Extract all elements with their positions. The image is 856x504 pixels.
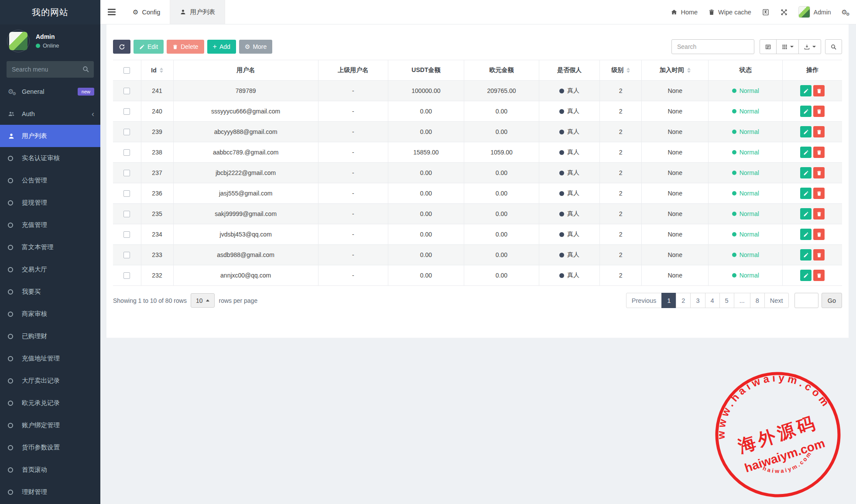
search-submit-button[interactable] <box>825 39 842 54</box>
row-edit-button[interactable] <box>800 229 811 240</box>
sidebar-item-general[interactable]: ⚙⚙Generalnew <box>0 80 100 103</box>
row-delete-button[interactable] <box>813 270 825 281</box>
status-dot-icon <box>732 171 736 175</box>
row-delete-button[interactable] <box>813 249 825 261</box>
page-jump-input[interactable] <box>794 293 818 308</box>
export-button[interactable] <box>798 39 821 54</box>
watermark-en-text: haiwaiym.com <box>743 436 827 475</box>
delete-button[interactable]: Delete <box>167 40 204 54</box>
sidebar-item-notice[interactable]: 公告管理 <box>0 169 100 192</box>
sidebar-item-currency-params[interactable]: 货币参数设置 <box>0 436 100 459</box>
admin-menu[interactable]: Admin <box>798 6 831 18</box>
sidebar-item-recharge[interactable]: 充值管理 <box>0 214 100 236</box>
table-row: 236jasj555@gmail.com-0.000.00真人2NoneNorm… <box>113 183 842 204</box>
page-previous[interactable]: Previous <box>626 293 662 308</box>
row-delete-button[interactable] <box>813 85 825 96</box>
row-edit-button[interactable] <box>800 188 811 199</box>
sidebar-toggle-button[interactable] <box>100 0 123 24</box>
row-checkbox[interactable] <box>123 252 130 258</box>
sidebar-item-realname-audit[interactable]: 实名认证审核 <box>0 147 100 169</box>
sidebar-item-hall-sell-record[interactable]: 大厅卖出记录 <box>0 370 100 392</box>
row-checkbox[interactable] <box>123 190 130 197</box>
row-delete-button[interactable] <box>813 126 825 137</box>
columns-button[interactable] <box>776 39 799 54</box>
table-search-input[interactable] <box>671 39 754 54</box>
row-delete-button[interactable] <box>813 208 825 219</box>
settings-button[interactable]: ⚙⚙ <box>842 9 847 15</box>
sidebar-item-home-scroll[interactable]: 首页滚动 <box>0 459 100 481</box>
row-checkbox[interactable] <box>123 231 130 238</box>
select-all-checkbox[interactable] <box>123 67 130 74</box>
cell-username: sssyyycu666@gmail.com <box>173 101 318 122</box>
row-edit-button[interactable] <box>800 106 811 117</box>
sidebar-item-want-buy[interactable]: 我要买 <box>0 281 100 303</box>
table-row: 235sakj99999@gmail.com-0.000.00真人2NoneNo… <box>113 204 842 224</box>
row-edit-button[interactable] <box>800 249 811 261</box>
page-3[interactable]: 3 <box>690 293 705 308</box>
cell-id: 233 <box>141 245 173 265</box>
add-button[interactable]: + Add <box>207 40 236 54</box>
row-checkbox[interactable] <box>123 272 130 279</box>
detail-view-button[interactable] <box>760 39 777 54</box>
row-delete-button[interactable] <box>813 229 825 240</box>
row-edit-button[interactable] <box>800 167 811 178</box>
column-header[interactable]: 加入时间 <box>642 60 709 81</box>
tab-config[interactable]: ⚙ Config <box>123 0 170 24</box>
row-edit-button[interactable] <box>800 270 811 281</box>
column-header: 操作 <box>783 60 842 81</box>
row-delete-button[interactable] <box>813 147 825 158</box>
row-checkbox[interactable] <box>123 108 130 115</box>
page-8[interactable]: 8 <box>750 293 765 308</box>
column-header[interactable]: Id <box>141 60 173 81</box>
sidebar-item-account-binding[interactable]: 账户绑定管理 <box>0 414 100 436</box>
trash-icon <box>816 129 822 135</box>
user-name: Admin <box>36 33 59 40</box>
row-delete-button[interactable] <box>813 188 825 199</box>
refresh-button[interactable] <box>113 40 130 54</box>
sidebar-item-trade-hall[interactable]: 交易大厅 <box>0 258 100 281</box>
sidebar-item-finance-mgmt[interactable]: 理财管理 <box>0 481 100 503</box>
page-5[interactable]: 5 <box>719 293 734 308</box>
row-delete-button[interactable] <box>813 167 825 178</box>
home-button[interactable]: Home <box>671 9 698 16</box>
edit-button[interactable]: Edit <box>134 40 164 54</box>
sidebar-item-merchant-audit[interactable]: 商家审核 <box>0 303 100 325</box>
fullscreen-button[interactable] <box>780 8 788 16</box>
row-checkbox[interactable] <box>123 129 130 135</box>
sidebar-item-auth[interactable]: Auth‹ <box>0 103 100 125</box>
status-dot-icon <box>732 109 736 113</box>
more-button[interactable]: ⚙ More <box>239 40 272 54</box>
row-checkbox[interactable] <box>123 149 130 156</box>
wipe-cache-button[interactable]: Wipe cache <box>708 9 751 16</box>
sidebar-item-recharge-address[interactable]: 充值地址管理 <box>0 347 100 370</box>
row-edit-button[interactable] <box>800 126 811 137</box>
sidebar-search-input[interactable] <box>7 61 94 78</box>
status-dot-icon <box>732 89 736 93</box>
row-checkbox[interactable] <box>123 170 130 176</box>
row-checkbox[interactable] <box>123 88 130 94</box>
page-size-dropdown[interactable]: 10 <box>191 293 215 308</box>
row-edit-button[interactable] <box>800 85 811 96</box>
row-delete-button[interactable] <box>813 106 825 117</box>
cell-parent-username: - <box>318 122 388 142</box>
language-button[interactable] <box>762 8 770 16</box>
cell-is-fake: 真人 <box>539 101 600 122</box>
sidebar-item-user-list[interactable]: 用户列表 <box>0 125 100 147</box>
cell-level: 2 <box>600 163 642 183</box>
go-button[interactable]: Go <box>822 293 842 308</box>
sidebar-item-withdraw[interactable]: 提现管理 <box>0 192 100 214</box>
sidebar-item-eur-exchange-record[interactable]: 欧元承兑记录 <box>0 392 100 414</box>
sidebar-item-bought-finance[interactable]: 已购理财 <box>0 325 100 347</box>
status-dot-icon <box>732 130 736 134</box>
row-checkbox[interactable] <box>123 211 130 217</box>
page-4[interactable]: 4 <box>705 293 720 308</box>
tab-user-list[interactable]: 用户列表 <box>170 0 225 24</box>
page-2[interactable]: 2 <box>676 293 691 308</box>
page-next[interactable]: Next <box>764 293 789 308</box>
column-header[interactable]: 级别 <box>600 60 642 81</box>
user-icon <box>180 9 186 15</box>
row-edit-button[interactable] <box>800 147 811 158</box>
page-1[interactable]: 1 <box>661 293 676 308</box>
sidebar-item-richtext[interactable]: 富文本管理 <box>0 236 100 258</box>
row-edit-button[interactable] <box>800 208 811 219</box>
